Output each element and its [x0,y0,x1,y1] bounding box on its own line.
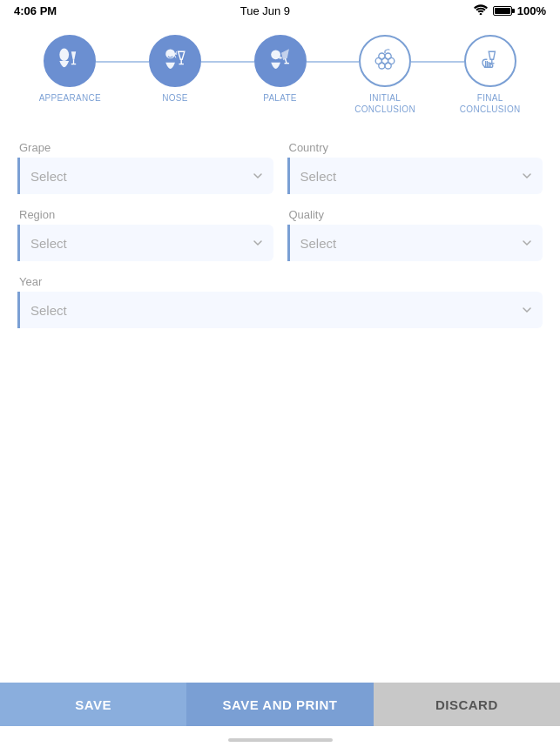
steps-navigation: APPEARANCE NOSE [0,21,560,132]
status-bar: 4:06 PM Tue Jun 9 100% [0,0,560,21]
step-palate[interactable]: PALATE [227,35,333,104]
step-circle-appearance [44,35,96,87]
form-field-region: Region Select [17,208,273,261]
grape-chevron-icon [253,171,263,181]
quality-value: Select [300,236,337,251]
svg-line-8 [285,58,287,63]
step-connector-1 [96,61,149,63]
form-row-year: Year Select [17,275,543,328]
country-select[interactable]: Select [287,158,543,194]
region-chevron-icon [253,238,263,248]
form-area: Grape Select Country Select Region Selec… [0,132,560,351]
svg-point-1 [60,49,70,61]
step-appearance[interactable]: APPEARANCE [17,35,123,104]
step-label-palate: PALATE [263,92,297,104]
status-time: 4:06 PM [14,4,57,17]
region-value: Select [30,236,67,251]
step-label-nose: NOSE [162,92,188,104]
quality-select[interactable]: Select [287,225,543,261]
step-connector-2 [201,61,254,63]
country-value: Select [300,169,337,184]
step-final-conclusion[interactable]: FINALCONCLUSION [437,35,543,115]
grape-value: Select [30,169,67,184]
bottom-action-bar: SAVE SAVE AND PRINT DISCARD [0,683,560,726]
year-value: Select [30,303,67,318]
step-label-appearance: APPEARANCE [39,92,101,104]
save-and-print-button[interactable]: SAVE AND PRINT [186,683,373,726]
svg-point-0 [479,13,482,15]
form-field-grape: Grape Select [17,141,273,194]
step-circle-nose [149,35,201,87]
step-connector-3 [307,61,360,63]
step-nose[interactable]: NOSE [123,35,228,104]
save-button[interactable]: SAVE [0,683,186,726]
form-field-country: Country Select [287,141,543,194]
country-chevron-icon [522,171,532,181]
quality-label: Quality [287,208,543,221]
country-label: Country [287,141,543,154]
form-row-grape-country: Grape Select Country Select [17,141,543,194]
form-field-year: Year Select [17,275,543,328]
step-circle-final [464,35,516,87]
form-field-quality: Quality Select [287,208,543,261]
quality-chevron-icon [522,238,532,248]
svg-point-10 [279,57,282,59]
region-select[interactable]: Select [17,225,273,261]
svg-point-16 [379,63,385,69]
step-initial-conclusion[interactable]: INITIALCONCLUSION [333,35,438,115]
home-indicator [228,738,333,742]
form-row-region-quality: Region Select Quality Select [17,208,543,261]
grape-label: Grape [17,141,273,154]
status-date: Tue Jun 9 [240,4,290,17]
step-connector-4 [411,61,464,63]
step-label-initial: INITIALCONCLUSION [354,92,415,115]
battery-icon [493,6,512,16]
status-icons: 100% [474,4,546,17]
svg-point-17 [385,63,391,69]
step-circle-initial [359,35,411,87]
wifi-icon [474,4,488,17]
discard-button[interactable]: DISCARD [374,683,560,726]
battery-percent: 100% [517,4,546,17]
step-circle-palate [254,35,307,87]
year-label: Year [17,275,543,288]
year-chevron-icon [522,305,532,315]
year-select[interactable]: Select [17,292,543,328]
step-label-final: FINALCONCLUSION [460,92,521,115]
region-label: Region [17,208,273,221]
grape-select[interactable]: Select [17,158,273,194]
